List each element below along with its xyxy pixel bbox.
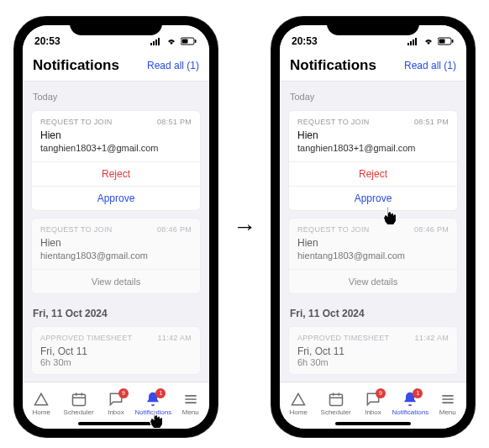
requester-email: hientang1803@gmail.com [297, 250, 449, 261]
signal-icon [150, 37, 162, 45]
timesheet-date: Fri, Oct 11 [289, 344, 457, 357]
signal-icon [408, 37, 419, 45]
tab-home[interactable]: Home [281, 391, 316, 416]
card-time: 08:51 PM [414, 118, 449, 126]
section-date: Fri, 11 Oct 2024 [280, 301, 466, 323]
card-type: APPROVED TIMESHEET [40, 334, 132, 342]
tab-inbox[interactable]: 9 Inbox [98, 391, 134, 416]
requester-name: Hien [40, 129, 192, 141]
tab-bar: Home Scheduler 9 Inbox 1 Notifications M… [23, 382, 209, 429]
menu-icon [182, 391, 199, 408]
svg-rect-21 [329, 394, 342, 405]
svg-rect-7 [72, 394, 85, 405]
tab-label: Menu [182, 408, 199, 416]
approve-button[interactable]: Approve [289, 187, 457, 210]
tab-label: Home [33, 408, 50, 416]
page-title: Notifications [33, 57, 119, 74]
tab-scheduler[interactable]: Scheduler [61, 391, 97, 416]
requester-name: Hien [40, 237, 192, 249]
requester-email: hientang1803@gmail.com [40, 250, 192, 261]
status-icons [408, 37, 455, 45]
svg-rect-14 [408, 43, 409, 45]
notifications-badge: 1 [413, 388, 423, 398]
arrow-icon: → [233, 213, 256, 240]
svg-rect-17 [415, 38, 417, 45]
page-header: Notifications Read all (1) [23, 52, 209, 82]
tab-label: Notifications [135, 408, 172, 416]
status-time: 20:53 [34, 35, 60, 47]
svg-rect-2 [155, 40, 157, 45]
read-all-link[interactable]: Read all (1) [404, 60, 456, 71]
calendar-icon [71, 391, 87, 408]
notification-card-timesheet[interactable]: APPROVED TIMESHEET 11:42 AM Fri, Oct 11 … [31, 326, 201, 375]
requester-email: tanghien1803+1@gmail.com [40, 143, 192, 153]
card-time: 11:42 AM [415, 334, 449, 342]
tab-label: Notifications [392, 408, 429, 416]
view-details-button[interactable]: View details [289, 269, 457, 293]
notification-card-read[interactable]: REQUEST TO JOIN 08:46 PM Hien hientang18… [31, 218, 201, 294]
svg-rect-19 [439, 40, 445, 44]
tab-label: Inbox [108, 408, 124, 416]
tab-label: Scheduler [321, 408, 351, 416]
approve-button[interactable]: Approve [32, 187, 200, 210]
tab-scheduler[interactable]: Scheduler [318, 391, 354, 416]
inbox-badge: 9 [118, 388, 129, 398]
svg-rect-20 [452, 40, 454, 43]
card-time: 08:46 PM [157, 225, 192, 234]
battery-icon [181, 37, 197, 45]
tab-label: Scheduler [64, 408, 94, 416]
svg-rect-3 [158, 38, 160, 45]
notification-card-timesheet[interactable]: APPROVED TIMESHEET 11:42 AM Fri, Oct 11 … [288, 326, 458, 375]
notification-card[interactable]: REQUEST TO JOIN 08:51 PM Hien tanghien18… [288, 110, 458, 211]
phone-frame-left: 20:53 Notifications Read all (1) Today R… [14, 17, 218, 437]
card-time: 08:46 PM [414, 225, 449, 234]
tab-label: Menu [439, 408, 456, 416]
home-icon [33, 391, 50, 408]
tab-home[interactable]: Home [24, 391, 59, 416]
home-indicator [78, 422, 154, 425]
tab-label: Home [290, 408, 308, 416]
card-type: REQUEST TO JOIN [40, 225, 113, 234]
requester-name: Hien [297, 129, 449, 141]
read-all-link[interactable]: Read all (1) [147, 60, 199, 71]
timesheet-duration: 6h 30m [289, 357, 457, 374]
svg-rect-15 [410, 41, 412, 45]
tab-notifications[interactable]: 1 Notifications [392, 391, 428, 416]
home-icon [290, 391, 307, 408]
notch [327, 17, 419, 35]
status-icons [150, 37, 197, 45]
tab-bar: Home Scheduler 9 Inbox 1 Notifications M… [280, 382, 466, 429]
tab-inbox[interactable]: 9 Inbox [355, 391, 391, 416]
view-details-button[interactable]: View details [32, 269, 200, 293]
notification-card-read[interactable]: REQUEST TO JOIN 08:46 PM Hien hientang18… [288, 218, 458, 294]
card-time: 08:51 PM [157, 118, 192, 126]
svg-rect-1 [153, 41, 155, 45]
card-type: REQUEST TO JOIN [40, 118, 113, 126]
tab-menu[interactable]: Menu [173, 391, 208, 416]
notifications-list: Today REQUEST TO JOIN 08:51 PM Hien tang… [280, 82, 466, 382]
timesheet-duration: 6h 30m [32, 357, 200, 374]
phone-frame-right: 20:53 Notifications Read all (1) Today R… [271, 17, 475, 437]
section-today: Today [280, 82, 466, 107]
battery-icon [438, 37, 455, 45]
notification-card[interactable]: REQUEST TO JOIN 08:51 PM Hien tanghien18… [31, 110, 201, 211]
notch [70, 17, 162, 35]
requester-name: Hien [297, 237, 449, 249]
svg-rect-6 [195, 40, 197, 43]
tab-menu[interactable]: Menu [430, 391, 465, 416]
section-date: Fri, 11 Oct 2024 [23, 301, 209, 323]
timesheet-date: Fri, Oct 11 [32, 344, 200, 357]
reject-button[interactable]: Reject [32, 162, 200, 187]
svg-rect-16 [413, 40, 414, 45]
svg-rect-5 [182, 40, 188, 44]
wifi-icon [423, 37, 434, 45]
section-today: Today [23, 82, 209, 107]
reject-button[interactable]: Reject [289, 162, 457, 187]
tab-notifications[interactable]: 1 Notifications [135, 391, 171, 416]
wifi-icon [166, 37, 177, 45]
menu-icon [439, 391, 456, 408]
card-time: 11:42 AM [158, 334, 192, 342]
svg-rect-0 [150, 43, 152, 45]
requester-email: tanghien1803+1@gmail.com [297, 143, 449, 153]
notifications-badge: 1 [155, 388, 166, 398]
